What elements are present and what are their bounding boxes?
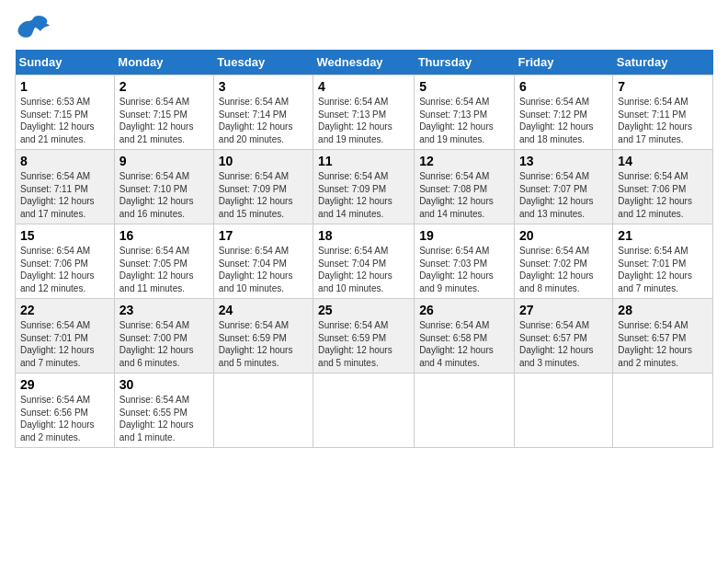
calendar-week-3: 15Sunrise: 6:54 AM Sunset: 7:06 PM Dayli…	[16, 224, 713, 299]
day-number: 23	[119, 303, 209, 317]
day-info: Sunrise: 6:54 AM Sunset: 7:10 PM Dayligh…	[119, 170, 209, 220]
header	[15, 15, 713, 40]
day-info: Sunrise: 6:54 AM Sunset: 7:09 PM Dayligh…	[318, 170, 409, 220]
calendar-day-6: 6Sunrise: 6:54 AM Sunset: 7:12 PM Daylig…	[514, 75, 612, 150]
day-info: Sunrise: 6:54 AM Sunset: 7:08 PM Dayligh…	[419, 170, 509, 220]
day-number: 19	[419, 228, 509, 243]
day-info: Sunrise: 6:54 AM Sunset: 6:59 PM Dayligh…	[219, 319, 308, 369]
calendar-day-23: 23Sunrise: 6:54 AM Sunset: 7:00 PM Dayli…	[114, 299, 213, 373]
day-info: Sunrise: 6:54 AM Sunset: 7:11 PM Dayligh…	[618, 96, 708, 145]
day-number: 25	[318, 303, 409, 317]
calendar-day-5: 5Sunrise: 6:54 AM Sunset: 7:13 PM Daylig…	[415, 75, 515, 150]
day-number: 9	[119, 154, 209, 168]
calendar-day-3: 3Sunrise: 6:54 AM Sunset: 7:14 PM Daylig…	[213, 75, 313, 150]
day-info: Sunrise: 6:54 AM Sunset: 6:55 PM Dayligh…	[119, 394, 209, 443]
calendar-day-19: 19Sunrise: 6:54 AM Sunset: 7:03 PM Dayli…	[415, 224, 515, 299]
calendar-day-12: 12Sunrise: 6:54 AM Sunset: 7:08 PM Dayli…	[415, 150, 515, 224]
day-number: 10	[219, 154, 308, 168]
day-number: 17	[219, 228, 308, 243]
calendar-day-27: 27Sunrise: 6:54 AM Sunset: 6:57 PM Dayli…	[514, 299, 612, 373]
empty-cell	[514, 373, 612, 448]
day-info: Sunrise: 6:54 AM Sunset: 7:02 PM Dayligh…	[519, 245, 608, 294]
day-info: Sunrise: 6:54 AM Sunset: 7:11 PM Dayligh…	[20, 170, 109, 220]
calendar-day-28: 28Sunrise: 6:54 AM Sunset: 6:57 PM Dayli…	[613, 299, 713, 373]
day-number: 29	[20, 377, 109, 392]
day-info: Sunrise: 6:54 AM Sunset: 7:12 PM Dayligh…	[519, 96, 608, 145]
day-number: 4	[318, 79, 409, 94]
day-number: 11	[318, 154, 409, 168]
calendar-day-16: 16Sunrise: 6:54 AM Sunset: 7:05 PM Dayli…	[114, 224, 213, 299]
day-info: Sunrise: 6:53 AM Sunset: 7:15 PM Dayligh…	[20, 96, 109, 145]
calendar-day-2: 2Sunrise: 6:54 AM Sunset: 7:15 PM Daylig…	[114, 75, 213, 150]
empty-cell	[313, 373, 415, 448]
calendar-day-21: 21Sunrise: 6:54 AM Sunset: 7:01 PM Dayli…	[613, 224, 713, 299]
empty-cell	[213, 373, 313, 448]
calendar-day-4: 4Sunrise: 6:54 AM Sunset: 7:13 PM Daylig…	[313, 75, 415, 150]
calendar-day-8: 8Sunrise: 6:54 AM Sunset: 7:11 PM Daylig…	[16, 150, 115, 224]
calendar-day-26: 26Sunrise: 6:54 AM Sunset: 6:58 PM Dayli…	[415, 299, 515, 373]
day-info: Sunrise: 6:54 AM Sunset: 7:14 PM Dayligh…	[219, 96, 308, 145]
calendar-day-20: 20Sunrise: 6:54 AM Sunset: 7:02 PM Dayli…	[514, 224, 612, 299]
day-number: 6	[519, 79, 608, 94]
day-info: Sunrise: 6:54 AM Sunset: 6:57 PM Dayligh…	[519, 319, 608, 369]
day-number: 21	[618, 228, 708, 243]
empty-cell	[415, 373, 515, 448]
day-info: Sunrise: 6:54 AM Sunset: 7:05 PM Dayligh…	[119, 245, 209, 294]
day-number: 2	[119, 79, 209, 94]
day-number: 15	[20, 228, 109, 243]
calendar-day-1: 1Sunrise: 6:53 AM Sunset: 7:15 PM Daylig…	[16, 75, 115, 150]
day-info: Sunrise: 6:54 AM Sunset: 6:59 PM Dayligh…	[318, 319, 409, 369]
main-container: SundayMondayTuesdayWednesdayThursdayFrid…	[0, 0, 728, 455]
day-info: Sunrise: 6:54 AM Sunset: 7:04 PM Dayligh…	[318, 245, 409, 294]
weekday-header-friday: Friday	[514, 50, 612, 75]
day-info: Sunrise: 6:54 AM Sunset: 7:13 PM Dayligh…	[419, 96, 509, 145]
day-number: 20	[519, 228, 608, 243]
day-info: Sunrise: 6:54 AM Sunset: 7:15 PM Dayligh…	[119, 96, 209, 145]
calendar-day-10: 10Sunrise: 6:54 AM Sunset: 7:09 PM Dayli…	[213, 150, 313, 224]
day-number: 30	[119, 377, 209, 392]
empty-cell	[613, 373, 713, 448]
calendar-table: SundayMondayTuesdayWednesdayThursdayFrid…	[15, 50, 713, 448]
day-info: Sunrise: 6:54 AM Sunset: 7:13 PM Dayligh…	[318, 96, 409, 145]
calendar-day-22: 22Sunrise: 6:54 AM Sunset: 7:01 PM Dayli…	[16, 299, 115, 373]
day-info: Sunrise: 6:54 AM Sunset: 6:57 PM Dayligh…	[618, 319, 708, 369]
day-number: 8	[20, 154, 109, 168]
calendar-day-11: 11Sunrise: 6:54 AM Sunset: 7:09 PM Dayli…	[313, 150, 415, 224]
day-number: 26	[419, 303, 509, 317]
logo-name	[15, 15, 50, 40]
day-number: 27	[519, 303, 608, 317]
calendar-day-7: 7Sunrise: 6:54 AM Sunset: 7:11 PM Daylig…	[613, 75, 713, 150]
weekday-header-wednesday: Wednesday	[313, 50, 415, 75]
day-number: 14	[618, 154, 708, 168]
weekday-header-thursday: Thursday	[415, 50, 515, 75]
weekday-header-row: SundayMondayTuesdayWednesdayThursdayFrid…	[16, 50, 713, 75]
calendar-day-18: 18Sunrise: 6:54 AM Sunset: 7:04 PM Dayli…	[313, 224, 415, 299]
calendar-week-2: 8Sunrise: 6:54 AM Sunset: 7:11 PM Daylig…	[16, 150, 713, 224]
calendar-day-15: 15Sunrise: 6:54 AM Sunset: 7:06 PM Dayli…	[16, 224, 115, 299]
day-number: 5	[419, 79, 509, 94]
calendar-day-14: 14Sunrise: 6:54 AM Sunset: 7:06 PM Dayli…	[613, 150, 713, 224]
day-number: 16	[119, 228, 209, 243]
day-number: 3	[219, 79, 308, 94]
logo-bird-icon	[17, 15, 50, 40]
calendar-week-4: 22Sunrise: 6:54 AM Sunset: 7:01 PM Dayli…	[16, 299, 713, 373]
day-number: 13	[519, 154, 608, 168]
day-info: Sunrise: 6:54 AM Sunset: 7:04 PM Dayligh…	[219, 245, 308, 294]
day-info: Sunrise: 6:54 AM Sunset: 7:06 PM Dayligh…	[20, 245, 109, 294]
day-number: 22	[20, 303, 109, 317]
calendar-day-29: 29Sunrise: 6:54 AM Sunset: 6:56 PM Dayli…	[16, 373, 115, 448]
weekday-header-monday: Monday	[114, 50, 213, 75]
day-number: 12	[419, 154, 509, 168]
day-info: Sunrise: 6:54 AM Sunset: 7:01 PM Dayligh…	[618, 245, 708, 294]
calendar-day-30: 30Sunrise: 6:54 AM Sunset: 6:55 PM Dayli…	[114, 373, 213, 448]
weekday-header-saturday: Saturday	[613, 50, 713, 75]
weekday-header-tuesday: Tuesday	[213, 50, 313, 75]
calendar-day-17: 17Sunrise: 6:54 AM Sunset: 7:04 PM Dayli…	[213, 224, 313, 299]
calendar-day-24: 24Sunrise: 6:54 AM Sunset: 6:59 PM Dayli…	[213, 299, 313, 373]
calendar-day-13: 13Sunrise: 6:54 AM Sunset: 7:07 PM Dayli…	[514, 150, 612, 224]
day-info: Sunrise: 6:54 AM Sunset: 6:56 PM Dayligh…	[20, 394, 109, 443]
day-info: Sunrise: 6:54 AM Sunset: 7:07 PM Dayligh…	[519, 170, 608, 220]
day-info: Sunrise: 6:54 AM Sunset: 7:00 PM Dayligh…	[119, 319, 209, 369]
logo	[15, 15, 50, 40]
calendar-day-25: 25Sunrise: 6:54 AM Sunset: 6:59 PM Dayli…	[313, 299, 415, 373]
